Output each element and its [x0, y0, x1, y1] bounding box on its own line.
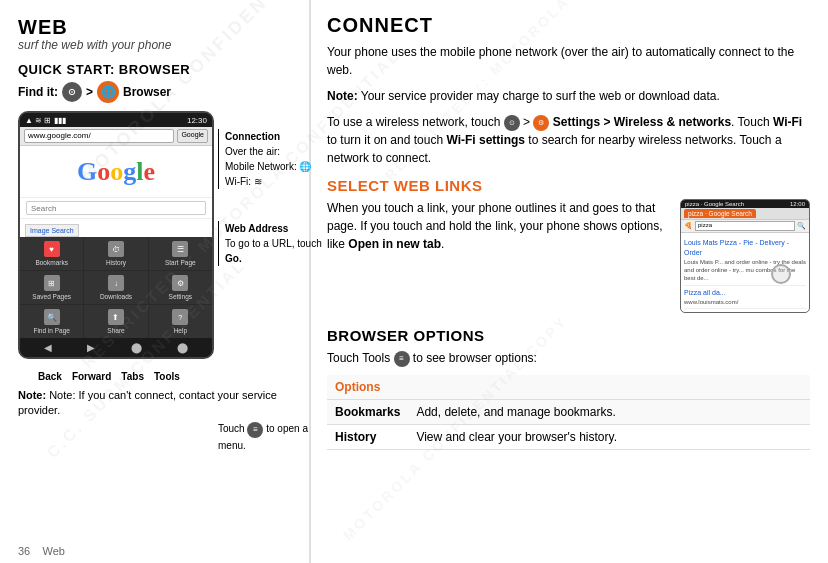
menu-item-bookmarks[interactable]: ♥ Bookmarks — [20, 237, 83, 270]
quick-start-title: QUICK START: BROWSER — [18, 62, 295, 77]
back-label: Back — [38, 371, 62, 382]
mini-search-icon: 🔍 — [797, 222, 806, 230]
options-table-header: Options — [327, 375, 810, 400]
browser-search-input[interactable] — [26, 201, 206, 215]
mini-pizza-icon: 🍕 — [684, 222, 693, 230]
connect-title: CONNECT — [327, 14, 810, 37]
phone-mockup: ▲ ≋ ⊞ ▮▮▮ 12:30 www.google.com/ Google G… — [18, 111, 214, 359]
history-icon: ⏱ — [108, 241, 124, 257]
menu-item-help[interactable]: ? Help — [149, 305, 212, 338]
table-row: Bookmarks Add, delete, and manage bookma… — [327, 399, 810, 424]
arrow-separator: > — [86, 85, 93, 99]
connect-paragraph-2: Note: Your service provider may charge t… — [327, 87, 810, 105]
browser-menu-grid: ♥ Bookmarks ⏱ History ☰ Start Page ⊞ — [20, 237, 212, 338]
mini-tab-pizza: pizza · Google Search — [684, 209, 756, 218]
mini-phone-screenshot: pizza · Google Search 12:00 pizza · Goog… — [680, 199, 810, 313]
callout-connection-title: Connection — [225, 131, 280, 142]
forward-arrow[interactable]: ▶ — [87, 342, 95, 353]
tools-label: Tools — [154, 371, 180, 382]
menu-item-share[interactable]: ⬆ Share — [84, 305, 147, 338]
open-new-tab-label: Open in new tab — [348, 237, 441, 251]
launcher-icon: ⊙ — [62, 82, 82, 102]
google-logo-area: Google — [20, 146, 212, 198]
settings-icon: ⚙ — [172, 275, 188, 291]
phone-status-bar: ▲ ≋ ⊞ ▮▮▮ 12:30 — [20, 113, 212, 127]
status-right: 12:30 — [187, 116, 207, 125]
mobile-icon: 🌐 — [299, 161, 311, 172]
find-it-label: Find it: — [18, 85, 58, 99]
connect-p2-body: Your service provider may charge to surf… — [358, 89, 720, 103]
browser-options-intro: Touch Tools ≡ to see browser options: — [327, 349, 810, 367]
nav-labels: Back Forward Tabs Tools — [38, 371, 295, 382]
image-search-link[interactable]: Image Search — [25, 224, 79, 237]
browser-search-bar — [20, 198, 212, 219]
left-column: WEB surf the web with your phone QUICK S… — [0, 0, 310, 563]
wireless-networks-label: Wireless & networks — [614, 115, 731, 129]
note-bold: Note: — [327, 89, 358, 103]
mini-search-input[interactable]: pizza — [695, 221, 795, 231]
google-logo: Google — [77, 157, 155, 187]
phone-screen: www.google.com/ Google Google Image — [20, 127, 212, 338]
page-number: 36 — [18, 545, 30, 557]
google-button[interactable]: Google — [177, 129, 208, 143]
browser-options-title: BROWSER OPTIONS — [327, 327, 810, 344]
find-it-row: Find it: ⊙ > 🌐 Browser — [18, 81, 295, 103]
mini-status-left: pizza · Google Search — [685, 201, 744, 207]
tools-icon-inline: ≡ — [394, 351, 410, 367]
callout-go-label: Go. — [225, 253, 242, 264]
page-section-label: Web — [42, 545, 64, 557]
find-in-page-icon: 🔍 — [44, 309, 60, 325]
option-description: View and clear your browser's history. — [408, 424, 810, 449]
select-web-links-title: SELECT WEB LINKS — [327, 177, 810, 194]
menu-item-settings[interactable]: ⚙ Settings — [149, 271, 212, 304]
browser-label: Browser — [123, 85, 171, 99]
callout-web-address-body: To go to a URL, touch — [225, 238, 322, 249]
menu-item-downloads[interactable]: ↓ Downloads — [84, 271, 147, 304]
settings-label: Settings > — [553, 115, 611, 129]
touch-cursor — [771, 264, 791, 284]
menu-item-history[interactable]: ⏱ History — [84, 237, 147, 270]
callout-wifi: Wi-Fi: — [225, 176, 251, 187]
browser-icon: 🌐 — [97, 81, 119, 103]
settings-icon-inline: ⚙ — [533, 115, 549, 131]
mini-status-right: 12:00 — [790, 201, 805, 207]
web-title: WEB — [18, 16, 295, 38]
menu-item-find-in-page[interactable]: 🔍 Find in Page — [20, 305, 83, 338]
table-row: History View and clear your browser's hi… — [327, 424, 810, 449]
callout-connection: Connection Over the air: Mobile Network:… — [218, 129, 318, 189]
callout-web-address-title: Web Address — [225, 223, 288, 234]
web-subtitle: surf the web with your phone — [18, 38, 295, 52]
callout-menu-touch: Touch — [218, 423, 245, 434]
menu-item-start-page[interactable]: ☰ Start Page — [149, 237, 212, 270]
option-description: Add, delete, and manage bookmarks. — [408, 399, 810, 424]
back-arrow[interactable]: ◀ — [44, 342, 52, 353]
bookmarks-icon: ♥ — [44, 241, 60, 257]
wifi-icon: ≋ — [254, 176, 262, 187]
phone-nav-bar: ◀ ▶ ⬤ ⬤ — [20, 338, 212, 357]
page-footer: 36 Web — [18, 545, 65, 557]
status-left: ▲ ≋ ⊞ ▮▮▮ — [25, 116, 66, 125]
menu-item-saved-pages[interactable]: ⊞ Saved Pages — [20, 271, 83, 304]
mini-search-bar: 🍕 pizza 🔍 — [681, 220, 809, 233]
option-name: Bookmarks — [327, 399, 408, 424]
callout-mobile-network: Mobile Network: — [225, 161, 297, 172]
menu-circle[interactable]: ⬤ — [177, 342, 188, 353]
mini-tabs-bar: pizza · Google Search — [681, 208, 809, 220]
wifi-settings-label: Wi-Fi settings — [446, 133, 525, 147]
callout-over-air: Over the air: — [225, 146, 280, 157]
browser-address-bar: www.google.com/ Google — [20, 127, 212, 146]
options-table: Options Bookmarks Add, delete, and manag… — [327, 375, 810, 450]
bottom-note: Note: Note: If you can't connect, contac… — [18, 388, 295, 419]
menu-icon-ref: ≡ — [247, 422, 263, 438]
connect-paragraph-1: Your phone uses the mobile phone network… — [327, 43, 810, 79]
wifi-label: Wi-Fi — [773, 115, 802, 129]
connect-paragraph-3: To use a wireless network, touch ⊙ > ⚙ S… — [327, 113, 810, 167]
mini-result-2[interactable]: Pizza all da... www.louismats.com/ — [684, 286, 806, 309]
home-circle[interactable]: ⬤ — [131, 342, 142, 353]
right-column: CONNECT Your phone uses the mobile phone… — [311, 0, 828, 563]
mini-status-bar: pizza · Google Search 12:00 — [681, 200, 809, 208]
option-name: History — [327, 424, 408, 449]
help-icon: ? — [172, 309, 188, 325]
address-input[interactable]: www.google.com/ — [24, 129, 174, 143]
downloads-icon: ↓ — [108, 275, 124, 291]
